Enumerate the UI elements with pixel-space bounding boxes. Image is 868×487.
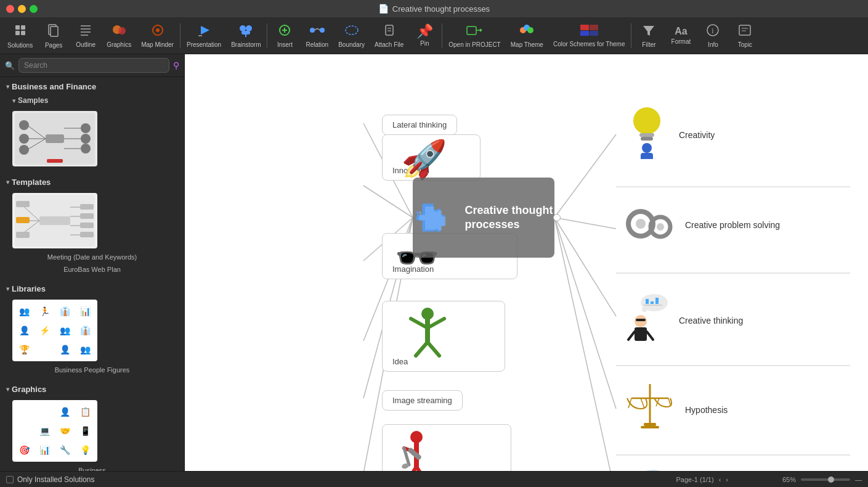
toolbar-brainstorm[interactable]: Brainstorm — [226, 19, 266, 52]
format-label: Format — [671, 38, 691, 45]
templates-thumbnail-container — [0, 189, 184, 252]
section-business-finance-header[interactable]: ▾ Business and Finance — [0, 80, 184, 94]
zoom-out-icon[interactable]: — — [855, 476, 862, 483]
close-button[interactable] — [6, 5, 14, 13]
svg-rect-29 — [467, 27, 476, 35]
toolbar-open-in-project[interactable]: Open in PROJECT — [444, 19, 505, 52]
open-in-project-label: Open in PROJECT — [448, 41, 500, 48]
graphics-thumbnail[interactable]: 🗂 ⚙ 👤 📋 🛠 💻 🤝 📱 🎯 📊 🔧 💡 — [12, 400, 97, 462]
search-pin-icon[interactable]: ⚲ — [173, 60, 179, 70]
only-installed-checkbox[interactable] — [6, 476, 14, 483]
samples-thumbnail[interactable] — [12, 111, 97, 166]
toolbar-presentation[interactable]: Presentation — [182, 19, 226, 52]
insert-label: Insert — [277, 41, 293, 48]
main-layout: 🔍 ⚲ ▾ Business and Finance ▾ Samples — [0, 54, 868, 471]
svg-rect-36 — [590, 25, 598, 30]
svg-point-113 — [642, 307, 647, 312]
sidebar: 🔍 ⚲ ▾ Business and Finance ▾ Samples — [0, 54, 185, 471]
toolbar-attach-file[interactable]: Attach File — [370, 19, 408, 52]
pin-icon: 📌 — [416, 25, 433, 38]
libraries-thumbnail-container: 👥 🏃 👔 📊 👤 ⚡ 👥 👔 🏆 ✖ 👤 👥 — [0, 296, 184, 365]
toolbar-graphics[interactable]: Graphics — [102, 19, 136, 52]
color-schemes-icon — [580, 24, 598, 39]
only-installed-toggle[interactable]: Only Installed Solutions — [6, 475, 94, 484]
minimize-button[interactable] — [18, 5, 26, 13]
toolbar-filter[interactable]: Filter — [633, 19, 665, 52]
toolbar-insert[interactable]: Insert — [269, 19, 301, 52]
zoom-thumb[interactable] — [828, 477, 834, 483]
map-theme-icon — [519, 23, 535, 39]
toolbar-outline[interactable]: Outline — [70, 19, 102, 52]
branch-creativity: Creativity — [622, 104, 715, 166]
svg-rect-120 — [635, 327, 647, 341]
template-label-2: EuroBas Web Plan — [0, 264, 184, 277]
toolbar-solutions[interactable]: Solutions — [2, 19, 38, 52]
templates-thumbnail[interactable] — [12, 193, 97, 248]
section-graphics-header[interactable]: ▾ Graphics — [0, 382, 184, 396]
svg-point-23 — [310, 28, 315, 33]
svg-line-82 — [554, 218, 616, 316]
svg-rect-42 — [739, 25, 750, 35]
svg-line-83 — [554, 218, 616, 409]
svg-line-126 — [641, 398, 644, 408]
svg-point-49 — [19, 120, 29, 130]
idea-icon — [400, 306, 455, 364]
chevron-down-icon: ▾ — [6, 179, 9, 186]
lib-cell-6: ⚡ — [35, 321, 54, 339]
toolbar-relation[interactable]: Relation — [301, 19, 333, 52]
zoom-slider[interactable] — [801, 478, 850, 481]
toolbar-pin[interactable]: 📌 Pin — [408, 19, 440, 52]
svg-rect-115 — [651, 301, 654, 304]
svg-rect-38 — [590, 31, 598, 36]
section-templates-header[interactable]: ▾ Templates — [0, 175, 184, 189]
toolbar-map-theme[interactable]: Map Theme — [506, 19, 548, 52]
svg-line-80 — [554, 134, 616, 218]
svg-line-84 — [554, 218, 616, 471]
creativity-techniques-icon — [392, 431, 447, 471]
svg-point-55 — [81, 123, 91, 133]
subsection-samples-header[interactable]: ▾ Samples — [0, 94, 184, 107]
creative-thinking-label: Creative thinking — [679, 316, 743, 325]
window-title: 📄 Creative thought processes — [378, 4, 490, 14]
lib-cell-8: 👔 — [76, 321, 95, 339]
libraries-thumbnail[interactable]: 👥 🏃 👔 📊 👤 ⚡ 👥 👔 🏆 ✖ 👤 👥 — [12, 300, 97, 361]
branch-idea[interactable]: Idea — [382, 301, 505, 372]
toolbar-format[interactable]: Aa Format — [665, 19, 697, 52]
toolbar-sep-3 — [442, 23, 442, 48]
maximize-button[interactable] — [30, 5, 38, 13]
search-input[interactable] — [18, 58, 169, 73]
connector-dot — [553, 214, 561, 221]
svg-rect-105 — [641, 137, 653, 141]
toolbar-info[interactable]: i Info — [697, 19, 729, 52]
nav-prev-icon[interactable]: ‹ — [719, 476, 721, 483]
toolbar-color-schemes[interactable]: Color Schemes for Theme — [548, 19, 630, 52]
svg-line-91 — [411, 319, 428, 328]
nav-next-icon[interactable]: › — [726, 476, 728, 483]
toolbar-pages[interactable]: Pages — [38, 19, 70, 52]
svg-rect-35 — [580, 25, 589, 30]
solutions-label: Solutions — [7, 42, 33, 49]
central-node[interactable]: Creative thought processes — [413, 178, 554, 258]
svg-point-106 — [642, 143, 652, 153]
svg-rect-5 — [51, 27, 58, 36]
svg-point-24 — [320, 28, 325, 33]
svg-line-101 — [416, 467, 426, 471]
section-templates: ▾ Templates — [0, 173, 184, 279]
svg-rect-58 — [47, 159, 63, 163]
branch-creativity-techniques[interactable]: Creativity techniques — [382, 424, 511, 471]
toolbar-map-minder[interactable]: Map Minder — [136, 19, 179, 52]
libraries-label: Business People Figures — [0, 365, 184, 377]
branch-image-streaming[interactable]: Image streaming — [382, 390, 463, 411]
statusbar: Only Installed Solutions Page-1 (1/1) ‹ … — [0, 471, 868, 487]
branch-hypothesis: Hypothesis — [622, 381, 728, 439]
section-libraries-header[interactable]: ▾ Libraries — [0, 282, 184, 296]
creative-thinking-icon — [622, 292, 671, 350]
toolbar-topic[interactable]: Topic — [729, 19, 761, 52]
connection-lines — [185, 54, 868, 471]
branch-lateral-thinking[interactable]: Lateral thinking — [382, 115, 457, 135]
canvas-area[interactable]: Lateral thinking 🚀 Innovation 🕶️ Imagina… — [185, 54, 868, 471]
branch-innovation[interactable]: 🚀 Innovation — [382, 134, 481, 181]
format-icon: Aa — [675, 27, 687, 36]
boundary-icon — [344, 23, 360, 39]
toolbar-boundary[interactable]: Boundary — [333, 19, 370, 52]
